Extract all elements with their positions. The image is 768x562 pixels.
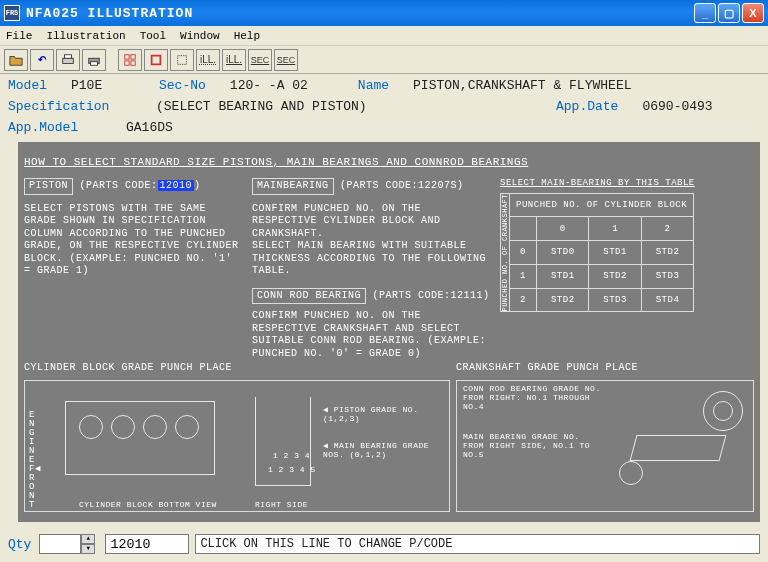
row-1-h: 1	[510, 264, 537, 288]
toolbar: ↶ iLL. iLL. SEC SEC	[0, 46, 768, 74]
crankshaft-drawing: CONN ROD BEARING GRADE NO. FROM RIGHT: N…	[456, 380, 754, 512]
qty-up-icon[interactable]: ▲	[81, 534, 95, 544]
cell-10: STD1	[537, 264, 589, 288]
cell-22: STD4	[641, 288, 693, 312]
mainb-grade-label: ◀ MAIN BEARING GRADE NOS. (0,1,2)	[323, 441, 443, 459]
printer-icon[interactable]	[82, 49, 106, 71]
red-square-icon[interactable]	[144, 49, 168, 71]
window-title: NFA025 ILLUSTRATION	[26, 6, 692, 21]
open-icon[interactable]	[4, 49, 28, 71]
svg-rect-4	[125, 54, 129, 58]
secno-label: Sec-No	[159, 78, 206, 93]
piston-box: PISTON	[24, 178, 73, 195]
titlebar: FRS NFA025 ILLUSTRATION _ ▢ X	[0, 0, 768, 26]
name-value: PISTON,CRANKSHAFT & FLYWHEEL	[413, 78, 631, 93]
row-2-h: 2	[510, 288, 537, 312]
col-axis-label: PUNCHED NO. OF CYLINDER BLOCK	[510, 193, 694, 217]
mainbearing-text: CONFIRM PUNCHED NO. ON THE RESPECTIVE CY…	[252, 203, 492, 278]
bottom-view-label: CYLINDER BLOCK BOTTOM VIEW	[79, 501, 217, 509]
dotted-square-icon[interactable]	[170, 49, 194, 71]
svg-rect-3	[91, 61, 98, 65]
nums-a: 1 2 3 4	[273, 451, 310, 460]
engine-front-label: ENGINEF◀RONT	[29, 411, 41, 510]
col-2: 2	[641, 217, 693, 241]
right-side-label: RIGHT SIDE	[255, 500, 308, 509]
table-title: SELECT MAIN-BEARING BY THIS TABLE	[500, 178, 754, 188]
piston-text: SELECT PISTONS WITH THE SAME GRADE SHOWN…	[24, 203, 244, 278]
mainbearing-parts: (PARTS CODE:12207S)	[340, 180, 464, 191]
menubar: File Illustration Tool Window Help	[0, 26, 768, 46]
mainbearing-box: MAINBEARING	[252, 178, 334, 195]
connrod-parts: (PARTS CODE:12111)	[373, 290, 490, 301]
hint-line[interactable]: CLICK ON THIS LINE TO CHANGE P/CODE	[195, 534, 760, 554]
col-1: 1	[589, 217, 641, 241]
app-icon: FRS	[4, 5, 20, 21]
model-value: P10E	[71, 78, 102, 93]
col-0: 0	[537, 217, 589, 241]
qty-input[interactable]	[39, 534, 81, 554]
row-axis-label: PUNCHED NO. OF CRANKSHAFT	[501, 194, 509, 312]
bottom-bar: Qty ▲▼ CLICK ON THIS LINE TO CHANGE P/CO…	[0, 534, 768, 554]
right-draw-title: CRANKSHAFT GRADE PUNCH PLACE	[456, 362, 638, 373]
svg-rect-8	[152, 55, 161, 64]
svg-rect-5	[131, 54, 135, 58]
nums-b: 1 2 3 4 5	[268, 465, 316, 474]
illus-heading: HOW TO SELECT STANDARD SIZE PISTONS, MAI…	[24, 156, 754, 168]
menu-illustration[interactable]: Illustration	[46, 30, 125, 42]
illustration-panel: HOW TO SELECT STANDARD SIZE PISTONS, MAI…	[18, 142, 760, 522]
secno-value: 120- -A 02	[230, 78, 308, 93]
svg-rect-1	[65, 54, 72, 58]
svg-rect-9	[178, 55, 187, 64]
qty-down-icon[interactable]: ▼	[81, 544, 95, 554]
bearing-table: PUNCHED NO. OF CRANKSHAFT PUNCHED NO. OF…	[500, 193, 694, 313]
cell-00: STD0	[537, 241, 589, 265]
model-label: Model	[8, 78, 47, 93]
connrod-grade-label: CONN ROD BEARING GRADE NO. FROM RIGHT: N…	[463, 385, 603, 411]
sec2-icon[interactable]: SEC	[274, 49, 298, 71]
menu-tool[interactable]: Tool	[140, 30, 166, 42]
menu-file[interactable]: File	[6, 30, 32, 42]
spec-value: (SELECT BEARING AND PISTON)	[156, 99, 367, 114]
appmodel-label: App.Model	[8, 120, 78, 135]
sec-icon[interactable]: SEC	[248, 49, 272, 71]
row-0-h: 0	[510, 241, 537, 265]
mainb-grade-r-label: MAIN BEARING GRADE NO. FROM RIGHT SIDE, …	[463, 433, 603, 459]
ill-solid-icon[interactable]: iLL.	[222, 49, 246, 71]
piston-parts-code[interactable]: 12010	[158, 180, 195, 191]
qty-label: Qty	[8, 537, 31, 552]
name-label: Name	[358, 78, 389, 93]
appdate-label: App.Date	[556, 99, 618, 114]
qty-stepper[interactable]: ▲▼	[81, 534, 95, 554]
menu-help[interactable]: Help	[234, 30, 260, 42]
print-icon[interactable]	[56, 49, 80, 71]
menu-window[interactable]: Window	[180, 30, 220, 42]
close-button[interactable]: X	[742, 3, 764, 23]
cell-12: STD3	[641, 264, 693, 288]
piston-grade-label: ◀ PISTON GRADE NO. (1,2,3)	[323, 405, 443, 423]
maximize-button[interactable]: ▢	[718, 3, 740, 23]
svg-rect-0	[63, 58, 74, 63]
left-draw-title: CYLINDER BLOCK GRADE PUNCH PLACE	[24, 362, 232, 373]
cell-11: STD2	[589, 264, 641, 288]
bearing-table-section: SELECT MAIN-BEARING BY THIS TABLE PUNCHE…	[500, 178, 754, 360]
piston-section: PISTON (PARTS CODE:12010) SELECT PISTONS…	[24, 178, 244, 360]
cell-21: STD3	[589, 288, 641, 312]
mainbearing-section: MAINBEARING (PARTS CODE:12207S) CONFIRM …	[252, 178, 492, 360]
svg-rect-7	[131, 60, 135, 64]
cell-20: STD2	[537, 288, 589, 312]
cylinder-block-drawing: ENGINEF◀RONT 1 2 3 4 1 2 3 4 5 ◀ PISTON …	[24, 380, 450, 512]
appdate-value: 0690-0493	[642, 99, 712, 114]
appmodel-value: GA16DS	[126, 120, 173, 135]
ill-dotted-icon[interactable]: iLL.	[196, 49, 220, 71]
info-panel: Model P10E Sec-No 120- -A 02 Name PISTON…	[0, 74, 768, 140]
spec-label: Specification	[8, 99, 109, 114]
undo-icon[interactable]: ↶	[30, 49, 54, 71]
connrod-box: CONN ROD BEARING	[252, 288, 366, 305]
svg-rect-6	[125, 60, 129, 64]
connrod-text: CONFIRM PUNCHED NO. ON THE RESPECTIVE CR…	[252, 310, 492, 360]
minimize-button[interactable]: _	[694, 3, 716, 23]
piston-parts-pre: (PARTS CODE:	[80, 180, 158, 191]
cell-01: STD1	[589, 241, 641, 265]
code-input[interactable]	[105, 534, 189, 554]
grid-icon[interactable]	[118, 49, 142, 71]
